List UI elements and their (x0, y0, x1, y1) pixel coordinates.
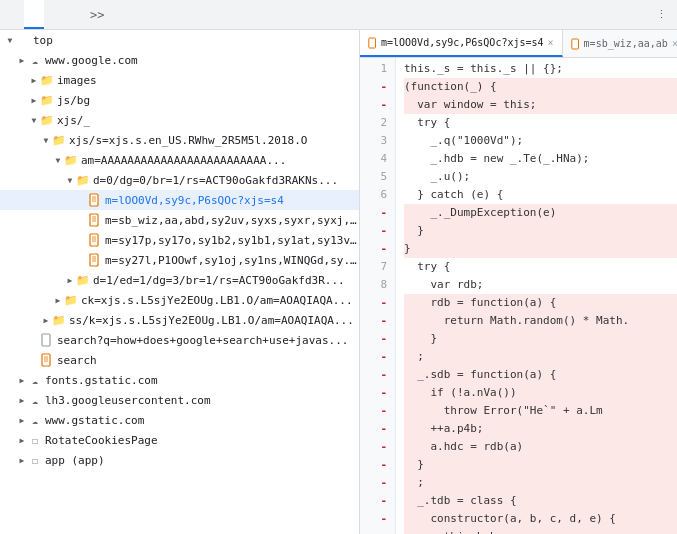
svg-rect-12 (90, 254, 98, 266)
line-number: - (360, 528, 391, 534)
code-tab[interactable]: m=lOO0Vd,sy9c,P6sQOc?xjs=s4 × (360, 30, 563, 57)
svg-rect-22 (571, 39, 578, 49)
tree-item-label: top (33, 34, 53, 47)
svg-rect-4 (90, 214, 98, 226)
tree-item-label: ck=xjs.s.L5sjYe2EOUg.LB1.O/am=AOAQIAQA..… (81, 294, 353, 307)
code-line: ; (404, 474, 677, 492)
line-number: - (360, 348, 391, 366)
tree-item-top[interactable]: top (0, 30, 359, 50)
tree-item-google[interactable]: ☁www.google.com (0, 50, 359, 70)
line-numbers: 1--23456---78------------------ (360, 58, 396, 534)
tree-item-d1_folder[interactable]: 📁d=1/ed=1/dg=3/br=1/rs=ACT90oGakfd3R... (0, 270, 359, 290)
spacer-icon (16, 33, 30, 47)
tree-item-file1[interactable]: m=lOO0Vd,sy9c,P6sQOc?xjs=s4 (0, 190, 359, 210)
line-number: - (360, 510, 391, 528)
tree-item-rotate[interactable]: ☐RotateCookiesPage (0, 430, 359, 450)
tree-item-label: js/bg (57, 94, 90, 107)
main-area: top☁www.google.com📁images📁js/bg📁xjs/_📁xj… (0, 30, 677, 534)
code-tab-close[interactable]: × (672, 38, 677, 49)
line-number: - (360, 366, 391, 384)
tree-item-fonts[interactable]: ☁fonts.gstatic.com (0, 370, 359, 390)
tree-item-xjs_[interactable]: 📁xjs/_ (0, 110, 359, 130)
line-number: - (360, 240, 391, 258)
code-line: ; (404, 348, 677, 366)
code-line: _.sdb = function(a) { (404, 366, 677, 384)
tab-workspace[interactable] (24, 0, 44, 29)
tree-arrow (4, 34, 16, 46)
tree-item-label: app (app) (45, 454, 105, 467)
code-line: return Math.random() * Math. (404, 312, 677, 330)
tree-item-xjs_sub[interactable]: 📁xjs/s=xjs.s.en_US.RWhw_2R5M5l.2018.O (0, 130, 359, 150)
tree-arrow (16, 394, 28, 406)
tree-item-app[interactable]: ☐app (app) (0, 450, 359, 470)
top-tab-bar: >> ⋮ (0, 0, 677, 30)
tree-arrow (52, 294, 64, 306)
line-number: - (360, 204, 391, 222)
tree-item-label: search (57, 354, 97, 367)
tree-item-am_folder[interactable]: 📁am=AAAAAAAAAAAAAAAAAAAAAAAAA... (0, 150, 359, 170)
line-number: - (360, 492, 391, 510)
code-line: try { (404, 114, 677, 132)
line-number: 4 (360, 150, 391, 168)
tree-item-label: am=AAAAAAAAAAAAAAAAAAAAAAAAA... (81, 154, 286, 167)
tree-item-file2[interactable]: m=sb_wiz,aa,abd,sy2uv,syxs,syxr,syxj,syx… (0, 210, 359, 230)
line-number: 1 (360, 60, 391, 78)
code-tab-label: m=lOO0Vd,sy9c,P6sQOc?xjs=s4 (381, 37, 544, 48)
tree-item-jsbg[interactable]: 📁js/bg (0, 90, 359, 110)
tree-item-d0_folder[interactable]: 📁d=0/dg=0/br=1/rs=ACT90oGakfd3RAKNs... (0, 170, 359, 190)
code-line: } catch (e) { (404, 186, 677, 204)
tab-more-button[interactable]: >> (84, 8, 110, 22)
tree-item-file4[interactable]: m=sy27l,P1OOwf,sy1oj,sy1ns,WINQGd,sy... (0, 250, 359, 270)
code-line: if (!a.nVa()) (404, 384, 677, 402)
tree-item-label: RotateCookiesPage (45, 434, 158, 447)
code-tab-icon (368, 37, 381, 49)
svg-rect-16 (42, 334, 50, 346)
tree-item-label: images (57, 74, 97, 87)
folder-icon: 📁 (64, 153, 78, 167)
code-display[interactable]: 1--23456---78------------------ this._s … (360, 58, 677, 534)
line-number: - (360, 96, 391, 114)
tree-item-search[interactable]: search (0, 350, 359, 370)
tree-item-file3[interactable]: m=sy17p,sy17o,sy1b2,sy1b1,sy1at,sy13v,..… (0, 230, 359, 250)
tab-content-scripts[interactable] (64, 0, 84, 29)
line-number: 8 (360, 276, 391, 294)
line-number: 6 (360, 186, 391, 204)
tree-item-search_q[interactable]: search?q=how+does+google+search+use+java… (0, 330, 359, 350)
line-number: - (360, 456, 391, 474)
box-icon: ☐ (28, 453, 42, 467)
code-tab-close[interactable]: × (548, 37, 554, 48)
code-line: } (404, 330, 677, 348)
tree-item-label: xjs/s=xjs.s.en_US.RWhw_2R5M5l.2018.O (69, 134, 307, 147)
code-tab[interactable]: m=sb_wiz,aa,ab × (563, 30, 677, 57)
folder-icon: 📁 (40, 93, 54, 107)
tree-item-label: m=sy27l,P1OOwf,sy1oj,sy1ns,WINQGd,sy... (105, 254, 359, 267)
code-line: rdb = function(a) { (404, 294, 677, 312)
tree-arrow (64, 274, 76, 286)
tree-item-lh3[interactable]: ☁lh3.googleusercontent.com (0, 390, 359, 410)
line-number: - (360, 474, 391, 492)
line-number: - (360, 402, 391, 420)
tab-menu-button[interactable]: ⋮ (650, 8, 673, 21)
tree-arrow (64, 174, 76, 186)
tree-item-label: search?q=how+does+google+search+use+java… (57, 334, 348, 347)
tree-item-label: www.gstatic.com (45, 414, 144, 427)
line-number: - (360, 330, 391, 348)
tree-item-gstatic[interactable]: ☁www.gstatic.com (0, 410, 359, 430)
tree-item-label: d=1/ed=1/dg=3/br=1/rs=ACT90oGakfd3R... (93, 274, 345, 287)
tree-item-ck_folder[interactable]: 📁ck=xjs.s.L5sjYe2EOUg.LB1.O/am=AOAQIAQA.… (0, 290, 359, 310)
tree-item-ss_folder[interactable]: 📁ss/k=xjs.s.L5sjYe2EOUg.LB1.O/am=AOAQIAQ… (0, 310, 359, 330)
line-number: 3 (360, 132, 391, 150)
tree-arrow (40, 314, 52, 326)
folder-icon: 📁 (52, 313, 66, 327)
cloud-icon: ☁ (28, 413, 42, 427)
file-orange-icon (88, 213, 102, 227)
code-tab-bar: m=lOO0Vd,sy9c,P6sQOc?xjs=s4 ×m=sb_wiz,aa… (360, 30, 677, 58)
tab-overrides[interactable] (44, 0, 64, 29)
tree-item-label: m=sy17p,sy17o,sy1b2,sy1b1,sy1at,sy13v,..… (105, 234, 359, 247)
tree-arrow (40, 134, 52, 146)
code-tab-label: m=sb_wiz,aa,ab (584, 38, 668, 49)
tree-item-label: ss/k=xjs.s.L5sjYe2EOUg.LB1.O/am=AOAQIAQA… (69, 314, 354, 327)
tree-item-images[interactable]: 📁images (0, 70, 359, 90)
tree-arrow (28, 114, 40, 126)
tab-page[interactable] (4, 0, 24, 29)
